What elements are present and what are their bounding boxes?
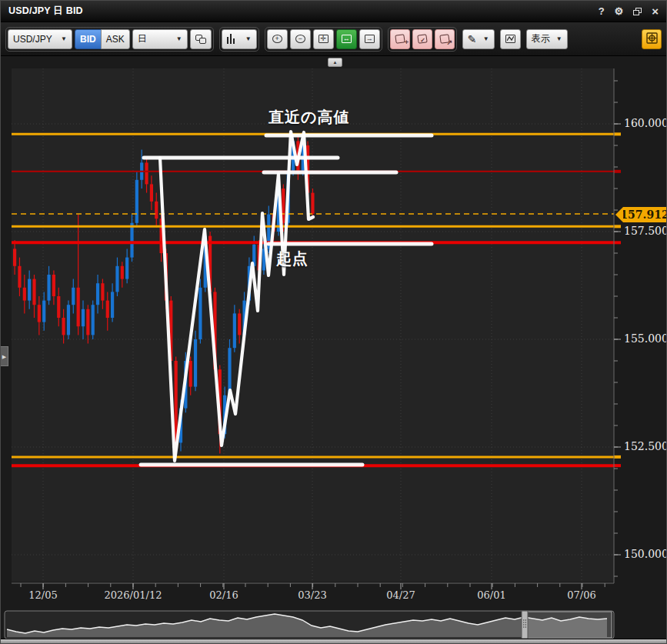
chart-type-group: ▼ [219,27,259,52]
note-arrow-icon: ↗ [439,34,449,44]
note-plus-icon: + [395,34,405,44]
zoom-in-button[interactable]: + [267,29,288,49]
chevron-down-icon: ▼ [556,35,562,42]
window-controls: ? ⚙ × [599,5,659,17]
hline-label-layer: 159.762158.896157.619157.244152.270152.0… [1,1,667,644]
expand-right-icon: ▶ [2,354,6,359]
draw-tool-dropdown[interactable]: ✎ ▼ [462,29,495,49]
confirm-note-button[interactable]: ✓ [412,29,432,49]
window-resize-edge[interactable] [1,639,666,643]
indicator-wave-icon [505,35,515,43]
symbol-group: USD/JPY ▼ BID ASK 日 ▼ [5,27,214,52]
app-window: 159.762158.896157.619157.244152.270152.0… [0,0,667,644]
zoom-group: + − ✛ ↔ → [265,27,382,52]
pan-arrows-icon: ✛ [318,35,328,43]
pencil-icon: ✎ [468,33,477,45]
chevron-down-icon: ▼ [61,35,67,42]
add-note-button[interactable]: + [390,29,410,49]
fit-width-icon: ↔ [342,35,352,43]
chevron-down-icon: ▼ [483,35,489,42]
zoom-out-button[interactable]: − [290,29,311,49]
current-price-tag: 157.912 [623,207,666,222]
gear-icon[interactable]: ⚙ [615,6,624,16]
fit-width-button[interactable]: ↔ [336,29,357,49]
collapse-top-panel-button[interactable]: ▲ [328,58,342,67]
crosshair-icon [646,32,658,46]
close-icon[interactable]: × [652,5,659,17]
candlestick-chart-icon [227,34,235,44]
crosshair-target-button[interactable] [642,29,662,49]
hline-label: 152.069 [13,452,55,463]
go-to-latest-button[interactable]: → [359,29,380,49]
compare-symbol-button[interactable] [190,29,212,49]
note-check-icon: ✓ [417,34,427,44]
overlap-squares-icon [195,35,206,44]
arrow-right-icon: → [365,35,375,43]
period-dropdown[interactable]: 日 ▼ [132,29,188,49]
popout-note-button[interactable]: ↗ [435,29,455,49]
chevron-down-icon: ▼ [176,35,182,42]
chevron-down-icon: ▼ [245,35,252,42]
restore-window-icon[interactable] [633,8,642,15]
bid-button[interactable]: BID [75,29,102,49]
symbol-dropdown[interactable]: USD/JPY ▼ [8,29,72,49]
drawing-note-group: + ✓ ↗ [388,27,457,52]
title-bar: USD/JPY 日 BID ? ⚙ × [1,1,666,22]
bid-ask-segment: BID ASK [75,29,130,49]
hline-label: 159.762 [13,121,55,132]
hline-label: 157.619 [13,213,55,224]
zoom-in-icon: + [272,35,282,43]
hline-label: 157.244 [13,229,55,240]
hline-label: 158.896 [13,158,55,169]
chart-type-dropdown[interactable]: ▼ [222,29,257,49]
help-icon[interactable]: ? [599,6,605,16]
window-title: USD/JPY 日 BID [8,5,83,18]
toolbar: USD/JPY ▼ BID ASK 日 ▼ ▼ + − ✛ [1,22,666,56]
pan-horizontal-button[interactable]: ✛ [313,29,334,49]
display-dropdown[interactable]: 表示 ▼ [526,29,568,49]
left-panel-toggle[interactable]: ▶ [1,346,8,366]
collapse-up-icon: ▲ [333,60,338,65]
zoom-out-icon: − [295,35,305,43]
ask-button[interactable]: ASK [101,29,130,49]
indicator-button[interactable] [500,29,521,49]
